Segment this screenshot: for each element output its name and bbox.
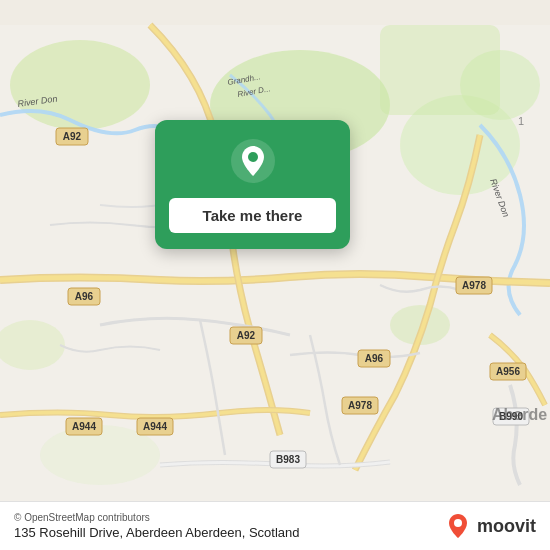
bottom-bar: © OpenStreetMap contributors 135 Rosehil… [0,501,550,550]
svg-point-38 [248,152,258,162]
map-container: River Don River Don Grandh... River D... [0,0,550,550]
svg-text:A92: A92 [63,131,82,142]
map-svg: River Don River Don Grandh... River D... [0,0,550,550]
moovit-logo: moovit [444,512,536,540]
take-me-there-button[interactable]: Take me there [169,198,336,233]
svg-rect-5 [380,25,500,115]
svg-point-39 [454,519,462,527]
svg-point-1 [10,40,150,130]
location-address: 135 Rosehill Drive, Aberdeen Aberdeen, S… [14,525,299,540]
location-pin-icon [230,138,276,184]
svg-text:A978: A978 [462,280,486,291]
svg-text:A92: A92 [237,330,256,341]
location-card: Take me there [155,120,350,249]
moovit-brand-text: moovit [477,516,536,537]
address-section: © OpenStreetMap contributors 135 Rosehil… [14,512,299,540]
svg-text:1: 1 [518,115,524,127]
svg-text:A944: A944 [143,421,167,432]
svg-text:B983: B983 [276,454,300,465]
svg-text:A944: A944 [72,421,96,432]
svg-text:A956: A956 [496,366,520,377]
moovit-icon [444,512,472,540]
svg-text:A96: A96 [365,353,384,364]
osm-attribution: © OpenStreetMap contributors [14,512,299,523]
svg-text:Aberde: Aberde [492,406,547,423]
svg-text:A978: A978 [348,400,372,411]
svg-text:A96: A96 [75,291,94,302]
